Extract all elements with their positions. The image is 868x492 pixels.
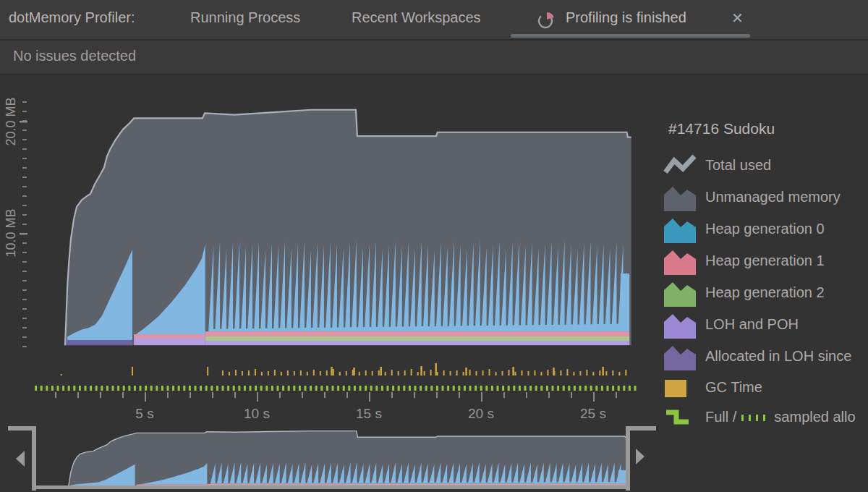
range-end-handle-bar[interactable] bbox=[626, 426, 630, 491]
legend-label: Allocated in LOH since bbox=[705, 348, 851, 365]
minimap-baseline bbox=[32, 485, 630, 489]
svg-text:20 s: 20 s bbox=[468, 406, 494, 421]
process-title: #14716 Sudoku bbox=[668, 120, 775, 137]
allocated-loh-icon bbox=[663, 343, 697, 372]
loh-poh-icon bbox=[663, 311, 697, 340]
close-icon[interactable]: ✕ bbox=[731, 9, 744, 27]
status-bar: No issues detected bbox=[0, 41, 868, 75]
sampled-dashes-icon bbox=[741, 412, 770, 423]
heap-gen2-icon bbox=[663, 279, 697, 308]
total-used-icon bbox=[663, 152, 697, 181]
header-bar: dotMemory Profiler: Running Process Rece… bbox=[0, 0, 868, 41]
legend-label: Total used bbox=[705, 157, 771, 174]
svg-text:10 s: 10 s bbox=[244, 406, 270, 421]
legend-label: Heap generation 1 bbox=[705, 253, 825, 269]
legend-label: LOH and POH bbox=[705, 316, 799, 333]
legend-label: Heap generation 2 bbox=[705, 284, 825, 301]
heap-gen1-icon bbox=[663, 247, 697, 276]
status-text: No issues detected bbox=[13, 48, 136, 64]
full-alloc-step-icon bbox=[663, 404, 697, 433]
legend-label: Unmanaged memory bbox=[705, 189, 841, 205]
minimap[interactable] bbox=[32, 426, 634, 492]
svg-text:15 s: 15 s bbox=[356, 406, 382, 421]
y-axis-label-20mb: 20.0 MB bbox=[4, 93, 20, 150]
tab-profiling-finished[interactable]: Profiling is finished bbox=[566, 9, 686, 26]
scroll-left-button[interactable] bbox=[16, 451, 25, 467]
heap-gen0-icon bbox=[663, 216, 697, 245]
active-tab-indicator bbox=[511, 34, 750, 38]
chart-plot-area[interactable] bbox=[33, 80, 631, 347]
svg-text:5 s: 5 s bbox=[135, 406, 153, 421]
scroll-right-button[interactable] bbox=[636, 449, 644, 465]
svg-text:25 s: 25 s bbox=[580, 406, 606, 421]
range-start-handle-bar[interactable] bbox=[32, 426, 36, 491]
legend-label-suffix: sampled allo bbox=[774, 409, 855, 425]
legend-label: Heap generation 0 bbox=[705, 221, 825, 237]
tab-running-process[interactable]: Running Process bbox=[190, 9, 300, 26]
tab-recent-workspaces[interactable]: Recent Workspaces bbox=[352, 9, 481, 26]
legend-label-prefix: Full / bbox=[705, 409, 736, 425]
y-axis-label-10mb: 10.0 MB bbox=[4, 204, 20, 262]
gc-time-icon bbox=[663, 374, 697, 403]
profiling-pie-icon bbox=[537, 11, 556, 30]
range-end-handle[interactable] bbox=[630, 426, 656, 430]
legend-label: GC Time bbox=[705, 379, 762, 396]
app-title: dotMemory Profiler: bbox=[9, 9, 135, 26]
unmanaged-memory-icon bbox=[663, 184, 697, 213]
